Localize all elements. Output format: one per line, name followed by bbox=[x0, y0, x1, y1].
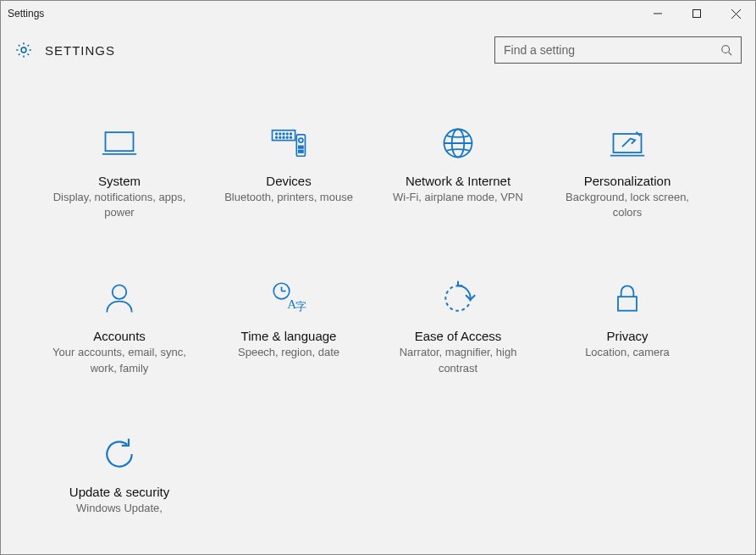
maximize-button[interactable] bbox=[677, 1, 716, 26]
svg-point-14 bbox=[290, 133, 292, 135]
svg-point-5 bbox=[722, 46, 730, 53]
tile-time-language[interactable]: A 字 Time & language Speech, region, date bbox=[204, 280, 373, 375]
tile-desc: Location, camera bbox=[585, 345, 670, 360]
personalization-icon bbox=[609, 125, 646, 162]
search-input[interactable] bbox=[504, 43, 720, 57]
svg-point-18 bbox=[286, 136, 288, 138]
tile-desc: Speech, region, date bbox=[238, 345, 339, 360]
tile-devices[interactable]: Devices Bluetooth, printers, mouse bbox=[204, 125, 373, 220]
svg-rect-23 bbox=[299, 150, 303, 153]
svg-point-11 bbox=[279, 133, 281, 135]
update-icon bbox=[101, 436, 138, 473]
tile-desc: Bluetooth, printers, mouse bbox=[224, 190, 353, 205]
svg-point-10 bbox=[276, 133, 278, 135]
tile-title: Network & Internet bbox=[406, 174, 510, 188]
titlebar: Settings bbox=[1, 1, 755, 26]
tile-desc: Narrator, magnifier, high contrast bbox=[390, 345, 526, 375]
svg-rect-22 bbox=[299, 146, 303, 148]
minimize-button[interactable] bbox=[638, 1, 677, 26]
tile-desc: Windows Update, bbox=[76, 501, 163, 516]
tile-update-security[interactable]: Update & security Windows Update, bbox=[35, 436, 204, 516]
tile-title: Privacy bbox=[606, 329, 648, 343]
ease-of-access-icon bbox=[439, 280, 477, 317]
svg-point-21 bbox=[299, 138, 303, 142]
tile-title: Devices bbox=[266, 174, 311, 188]
tile-title: Time & language bbox=[241, 329, 337, 343]
tile-system[interactable]: System Display, notifications, apps, pow… bbox=[35, 125, 204, 220]
svg-point-13 bbox=[286, 133, 288, 135]
tile-desc: Background, lock screen, colors bbox=[560, 190, 695, 220]
svg-rect-7 bbox=[106, 132, 134, 151]
svg-line-6 bbox=[729, 53, 732, 56]
system-icon bbox=[101, 125, 138, 162]
search-box[interactable] bbox=[494, 36, 742, 64]
page-title: SETTINGS bbox=[45, 43, 115, 58]
tile-title: Accounts bbox=[93, 329, 146, 343]
tile-title: Ease of Access bbox=[415, 329, 502, 343]
svg-rect-1 bbox=[693, 10, 701, 18]
svg-text:字: 字 bbox=[295, 300, 306, 313]
accounts-icon bbox=[101, 280, 138, 317]
svg-point-19 bbox=[290, 136, 292, 138]
tile-network[interactable]: Network & Internet Wi-Fi, airplane mode,… bbox=[373, 125, 543, 220]
tile-accounts[interactable]: Accounts Your accounts, email, sync, wor… bbox=[35, 280, 204, 375]
window-title: Settings bbox=[8, 8, 44, 19]
tile-ease-of-access[interactable]: Ease of Access Narrator, magnifier, high… bbox=[373, 280, 543, 375]
globe-icon bbox=[439, 125, 477, 162]
svg-point-4 bbox=[21, 47, 26, 53]
svg-point-16 bbox=[279, 136, 281, 138]
category-grid: System Display, notifications, apps, pow… bbox=[1, 74, 746, 554]
svg-point-29 bbox=[113, 286, 127, 300]
content-scroll[interactable]: System Display, notifications, apps, pow… bbox=[1, 74, 755, 554]
devices-icon bbox=[270, 125, 307, 162]
tile-privacy[interactable]: Privacy Location, camera bbox=[543, 280, 712, 375]
tile-desc: Your accounts, email, sync, work, family bbox=[52, 345, 187, 375]
header: SETTINGS bbox=[1, 30, 755, 70]
tile-personalization[interactable]: Personalization Background, lock screen,… bbox=[543, 125, 712, 220]
gear-icon bbox=[14, 41, 33, 59]
tile-desc: Display, notifications, apps, power bbox=[52, 190, 187, 220]
tile-desc: Wi-Fi, airplane mode, VPN bbox=[393, 190, 523, 205]
close-button[interactable] bbox=[716, 1, 755, 26]
tile-title: Update & security bbox=[69, 485, 169, 499]
svg-point-17 bbox=[283, 136, 284, 138]
search-icon bbox=[720, 44, 732, 56]
svg-rect-37 bbox=[618, 297, 637, 312]
time-language-icon: A 字 bbox=[270, 280, 307, 317]
svg-point-12 bbox=[283, 133, 284, 135]
tile-title: Personalization bbox=[584, 174, 671, 188]
tile-title: System bbox=[98, 174, 141, 188]
svg-rect-27 bbox=[614, 134, 642, 153]
svg-point-15 bbox=[276, 136, 278, 138]
lock-icon bbox=[609, 280, 646, 317]
